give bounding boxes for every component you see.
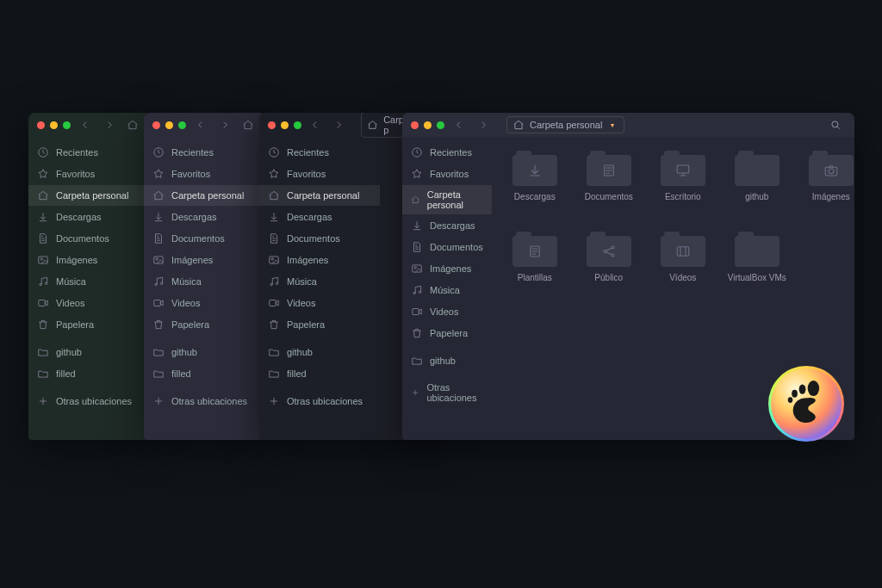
folder-item-plantillas[interactable]: Plantillas <box>500 232 569 309</box>
sidebar-item-label: Papelera <box>287 319 325 330</box>
document-icon <box>268 232 280 244</box>
sidebar-item-trash[interactable]: Papelera <box>144 314 264 335</box>
sidebar-item-recent[interactable]: Recientes <box>402 142 492 163</box>
clock-icon <box>37 146 49 158</box>
home-path-button[interactable] <box>239 117 258 133</box>
folder-item-imagenes[interactable]: Imágenes <box>797 151 854 228</box>
maximize-button[interactable] <box>437 121 444 129</box>
path-bar[interactable]: Carpeta personal ▼ <box>506 116 624 133</box>
sidebar-item-documents[interactable]: Documentos <box>28 228 149 249</box>
folder-item-videos[interactable]: Vídeos <box>649 232 717 309</box>
sidebar-item-downloads[interactable]: Descargas <box>28 207 149 227</box>
sidebar-item-downloads[interactable]: Descargas <box>259 207 380 227</box>
sidebar-item-recent[interactable]: Recientes <box>28 142 149 163</box>
minimize-button[interactable] <box>424 121 432 129</box>
sidebar-item-github[interactable]: github <box>402 350 492 371</box>
sidebar-item-favorites[interactable]: Favoritos <box>259 164 380 184</box>
sidebar-item-favorites[interactable]: Favoritos <box>144 164 264 184</box>
back-button[interactable] <box>191 117 210 133</box>
sidebar-item-trash[interactable]: Papelera <box>259 314 380 335</box>
sidebar-item-documents[interactable]: Documentos <box>402 237 492 257</box>
sidebar-item-images[interactable]: Imágenes <box>144 250 264 270</box>
sidebar-item-recent[interactable]: Recientes <box>259 142 380 163</box>
sidebar-item-other-locations[interactable]: Otras ubicaciones <box>144 391 264 412</box>
sidebar-item-favorites[interactable]: Favoritos <box>402 164 492 184</box>
folder-icon <box>268 346 280 358</box>
sidebar-item-images[interactable]: Imágenes <box>402 258 492 279</box>
sidebar-item-filled[interactable]: filled <box>28 363 149 384</box>
sidebar-item-filled[interactable]: filled <box>259 363 380 384</box>
sidebar-item-label: Documentos <box>287 233 340 244</box>
sidebar: Recientes Favoritos Carpeta personal Des… <box>144 137 264 440</box>
sidebar-item-label: Imágenes <box>56 255 97 265</box>
close-button[interactable] <box>411 121 419 129</box>
sidebar-item-other-locations[interactable]: Otras ubicaciones <box>402 378 492 407</box>
minimize-button[interactable] <box>281 121 289 129</box>
sidebar-item-trash[interactable]: Papelera <box>28 314 149 335</box>
back-button[interactable] <box>307 117 325 133</box>
folder-icon <box>587 232 631 268</box>
sidebar-item-videos[interactable]: Videos <box>402 301 492 322</box>
sidebar-item-home[interactable]: Carpeta personal <box>28 185 149 206</box>
sidebar-item-favorites[interactable]: Favoritos <box>28 164 149 184</box>
close-button[interactable] <box>37 121 45 129</box>
sidebar-item-filled[interactable]: filled <box>144 363 264 384</box>
sidebar-item-github[interactable]: github <box>259 342 380 362</box>
sidebar-item-home[interactable]: Carpeta personal <box>144 185 264 206</box>
home-path-button[interactable] <box>123 117 142 133</box>
close-button[interactable] <box>152 121 160 129</box>
forward-button[interactable] <box>100 117 119 133</box>
sidebar-item-downloads[interactable]: Descargas <box>144 207 264 227</box>
forward-button[interactable] <box>215 117 234 133</box>
music-icon <box>37 275 49 288</box>
sidebar-item-github[interactable]: github <box>28 342 149 362</box>
sidebar-item-recent[interactable]: Recientes <box>144 142 264 163</box>
sidebar-item-videos[interactable]: Videos <box>28 293 149 313</box>
sidebar-item-images[interactable]: Imágenes <box>259 250 380 270</box>
back-button[interactable] <box>450 117 469 133</box>
sidebar-item-documents[interactable]: Documentos <box>144 228 264 249</box>
titlebar[interactable]: Carpeta personal ▼ <box>402 113 854 137</box>
search-icon <box>829 119 842 131</box>
sidebar-item-label: Música <box>430 285 460 295</box>
forward-button[interactable] <box>330 117 348 133</box>
close-button[interactable] <box>268 121 276 129</box>
sidebar-item-other-locations[interactable]: Otras ubicaciones <box>28 391 149 412</box>
folder-icon <box>152 346 165 358</box>
forward-button[interactable] <box>474 117 493 133</box>
sidebar-item-music[interactable]: Música <box>259 271 380 292</box>
sidebar-item-home[interactable]: Carpeta personal <box>402 185 492 214</box>
sidebar-item-home[interactable]: Carpeta personal <box>259 185 380 206</box>
folder-item-escritorio[interactable]: Escritorio <box>649 151 717 228</box>
search-button[interactable] <box>825 119 846 131</box>
sidebar-item-documents[interactable]: Documentos <box>259 228 380 249</box>
sidebar-item-music[interactable]: Música <box>402 280 492 300</box>
sidebar-item-other-locations[interactable]: Otras ubicaciones <box>259 391 380 412</box>
document-icon <box>152 232 165 244</box>
sidebar-item-label: github <box>287 347 313 357</box>
maximize-button[interactable] <box>294 121 301 129</box>
sidebar-item-music[interactable]: Música <box>28 271 149 292</box>
sidebar-item-downloads[interactable]: Descargas <box>402 215 492 236</box>
sidebar-item-trash[interactable]: Papelera <box>402 323 492 344</box>
sidebar-item-videos[interactable]: Videos <box>144 293 264 313</box>
sidebar-item-videos[interactable]: Videos <box>259 293 380 313</box>
titlebar[interactable] <box>28 113 151 137</box>
titlebar[interactable] <box>144 113 266 137</box>
minimize-button[interactable] <box>50 121 58 129</box>
folder-item-publico[interactable]: Público <box>575 232 643 309</box>
folder-item-documentos[interactable]: Documentos <box>575 151 643 228</box>
folder-item-virtualbox[interactable]: VirtualBox VMs <box>723 232 792 309</box>
folder-item-descargas[interactable]: Descargas <box>500 151 569 228</box>
sidebar-item-images[interactable]: Imágenes <box>28 250 149 270</box>
file-manager-window-2[interactable]: Recientes Favoritos Carpeta personal Des… <box>144 113 266 440</box>
folder-item-github[interactable]: github <box>723 151 792 228</box>
back-button[interactable] <box>76 117 95 133</box>
sidebar-item-music[interactable]: Música <box>144 271 264 292</box>
minimize-button[interactable] <box>165 121 173 129</box>
file-manager-window-1[interactable]: Recientes Favoritos Carpeta personal Des… <box>28 113 151 440</box>
download-icon <box>37 211 49 223</box>
maximize-button[interactable] <box>178 121 186 129</box>
sidebar-item-github[interactable]: github <box>144 342 264 362</box>
maximize-button[interactable] <box>63 121 71 129</box>
